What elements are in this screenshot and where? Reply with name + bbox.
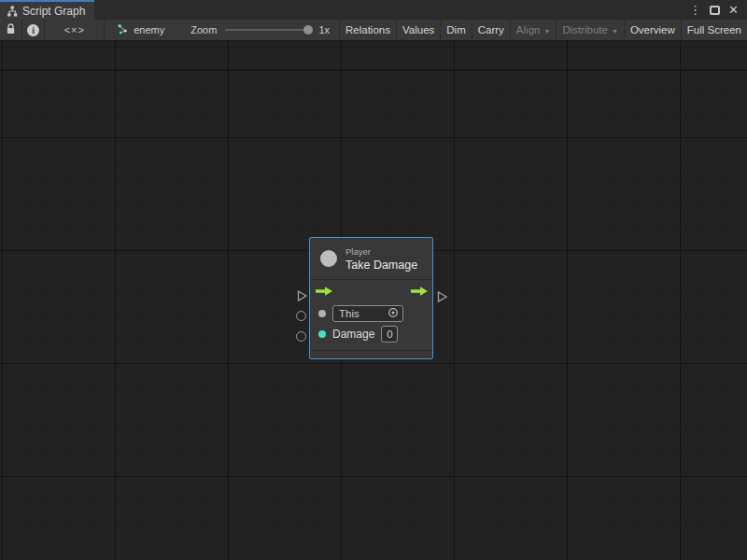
this-connector-icon[interactable]: [296, 311, 306, 321]
tab-bar: Script Graph ⋮ ✕: [0, 0, 747, 20]
graph-toolbar: i <×> enemy Zoom 1x Relation: [0, 20, 747, 41]
relations-button[interactable]: Relations: [340, 20, 397, 40]
lock-button[interactable]: [0, 20, 22, 40]
flow-in-connector-icon[interactable]: [296, 289, 307, 306]
align-button[interactable]: Align ▼: [511, 20, 557, 40]
window-controls: ⋮ ✕: [689, 0, 747, 20]
carry-button[interactable]: Carry: [472, 20, 511, 40]
node-subtitle: Player: [345, 246, 417, 257]
inspector-toggle-button[interactable]: i: [22, 20, 46, 40]
damage-value-field[interactable]: 0: [381, 326, 398, 343]
zoom-slider[interactable]: [225, 29, 311, 31]
target-object-icon: [320, 250, 337, 267]
flow-ports-row: [310, 280, 432, 303]
variables-toggle-button[interactable]: <×>: [45, 20, 105, 40]
flow-out-connector-icon[interactable]: [436, 290, 447, 307]
chevron-down-icon: ▼: [612, 28, 618, 35]
zoom-slider-handle[interactable]: [303, 25, 313, 35]
toolbar-buttons: Relations Values Dim Carry Align ▼ Distr…: [339, 20, 747, 40]
input-row-this: This: [310, 303, 432, 324]
damage-connector-icon[interactable]: [296, 331, 306, 342]
tab-script-graph[interactable]: Script Graph: [0, 0, 94, 20]
node-take-damage[interactable]: Player Take Damage This: [309, 237, 433, 359]
tab-title: Script Graph: [22, 5, 85, 18]
node-title: Take Damage: [345, 259, 417, 272]
breadcrumb[interactable]: enemy: [117, 20, 164, 40]
info-icon: i: [27, 24, 39, 36]
this-object-field[interactable]: This: [332, 305, 403, 322]
zoom-label: Zoom: [190, 24, 217, 35]
graph-canvas[interactable]: Player Take Damage This: [0, 41, 747, 560]
dim-button[interactable]: Dim: [441, 20, 472, 40]
object-picker-icon[interactable]: [388, 307, 399, 320]
code-icon: <×>: [64, 24, 85, 35]
menu-icon[interactable]: ⋮: [689, 4, 701, 16]
overview-button[interactable]: Overview: [625, 20, 682, 40]
lock-icon: [6, 23, 16, 36]
flow-input-arrow-icon[interactable]: [315, 284, 333, 301]
damage-label: Damage: [332, 328, 374, 341]
object-port-icon[interactable]: [318, 310, 326, 317]
node-header[interactable]: Player Take Damage: [310, 238, 432, 280]
input-row-damage: Damage 0: [310, 324, 432, 344]
full-screen-button[interactable]: Full Screen: [682, 20, 747, 40]
values-button[interactable]: Values: [397, 20, 441, 40]
graph-name: enemy: [134, 24, 164, 35]
zoom-value: 1x: [318, 24, 330, 35]
number-port-icon[interactable]: [318, 330, 326, 338]
flow-output-arrow-icon[interactable]: [410, 284, 429, 301]
graph-hierarchy-icon: [7, 6, 18, 17]
close-icon[interactable]: ✕: [728, 4, 739, 16]
maximize-icon[interactable]: [710, 6, 720, 15]
script-graph-asset-icon: [117, 23, 129, 36]
distribute-button[interactable]: Distribute ▼: [557, 20, 625, 40]
script-graph-window: Script Graph ⋮ ✕ i <×>: [0, 0, 747, 560]
chevron-down-icon: ▼: [543, 28, 550, 35]
node-footer: [310, 350, 432, 358]
zoom-control: Zoom 1x: [190, 20, 330, 40]
